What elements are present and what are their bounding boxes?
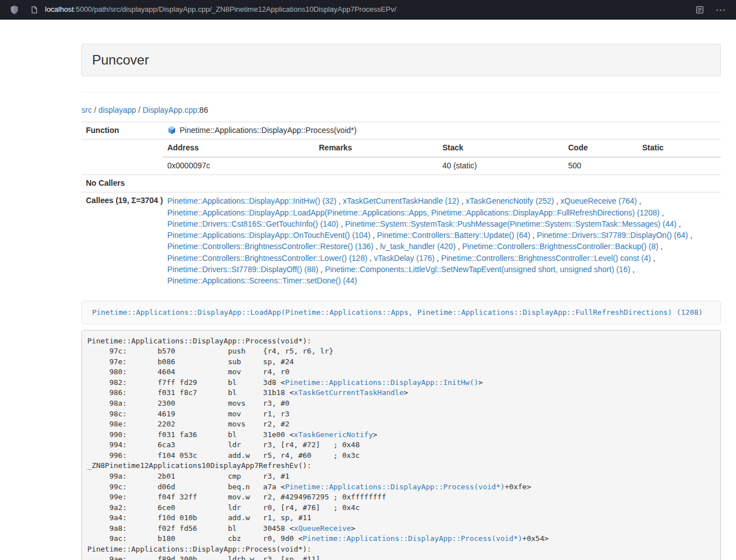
callee-separator: ,: [676, 219, 681, 228]
callee-link[interactable]: Pinetime::Drivers::St7789::DisplayOff() …: [167, 265, 318, 274]
callee-link[interactable]: Pinetime::Controllers::BrightnessControl…: [167, 254, 367, 263]
callee-link[interactable]: Pinetime::System::SystemTask::PushMessag…: [345, 219, 677, 228]
app-title-panel: Puncover: [81, 44, 721, 76]
callee-separator: ,: [688, 231, 693, 240]
breadcrumb-link[interactable]: displayapp: [98, 105, 136, 114]
callee-separator: ,: [659, 242, 663, 251]
disassembly-symbol-link[interactable]: Pinetime::Applications::DisplayApp::Init…: [285, 378, 478, 387]
callee-separator: ,: [637, 196, 641, 205]
app-title: Puncover: [92, 52, 149, 67]
callee-link[interactable]: Pinetime::Controllers::BrightnessControl…: [167, 242, 373, 251]
disassembly-symbol-link[interactable]: xTaskGetCurrentTaskHandle: [294, 388, 404, 397]
breadcrumb-separator: /: [136, 105, 143, 114]
callee-link[interactable]: Pinetime::Applications::DisplayApp::Init…: [167, 196, 336, 205]
stats-column-header: Remarks: [314, 140, 438, 157]
disassembly: Pinetime::Applications::DisplayApp::Proc…: [81, 330, 721, 560]
stats-cell-value: 40 (static): [438, 157, 564, 175]
callee-separator: ,: [371, 231, 377, 240]
stats-column-header: Address: [163, 140, 314, 157]
stats-table: AddressRemarksStackCodeStatic 0x0000097c…: [163, 140, 721, 175]
stats-cell-value: 0x0000097c: [163, 157, 314, 175]
callee-link[interactable]: Pinetime::Controllers::BrightnessControl…: [462, 242, 658, 251]
callee-separator: ,: [339, 219, 345, 228]
callee-link[interactable]: Pinetime::Drivers::Cst816S::GetTouchInfo…: [167, 219, 339, 228]
disassembly-symbol-link[interactable]: Pinetime::Applications::DisplayApp::Proc…: [303, 534, 522, 543]
function-row-label: Function: [81, 122, 163, 140]
highlighted-symbol-panel: Pinetime::Applications::DisplayApp::Load…: [81, 301, 721, 325]
stats-cell-value: [638, 157, 721, 175]
breadcrumb-separator: /: [92, 105, 99, 114]
stats-cell-value: 500: [564, 157, 638, 175]
reader-view-icon[interactable]: [693, 4, 706, 16]
function-name: Pinetime::Applications::DisplayApp::Proc…: [180, 125, 356, 136]
callee-separator: ,: [318, 265, 325, 274]
callee-separator: ,: [660, 208, 664, 217]
breadcrumb-line-number: :86: [197, 105, 208, 114]
callee-separator: ,: [651, 254, 655, 263]
tracking-protection-shield-icon[interactable]: [8, 4, 20, 16]
stats-data-row: 0x0000097c40 (static)500: [163, 157, 721, 175]
stats-column-header: Static: [638, 140, 721, 157]
callee-separator: ,: [456, 242, 463, 251]
browser-url-bar: localhost:5000/path/src/displayapp/Displ…: [0, 0, 736, 20]
callee-link[interactable]: Pinetime::Applications::DisplayApp::OnTo…: [167, 231, 371, 240]
highlighted-symbol-link[interactable]: Pinetime::Applications::DisplayApp::Load…: [92, 308, 703, 316]
callee-link[interactable]: xQueueReceive (764): [560, 196, 637, 205]
stats-column-header: Stack: [438, 140, 564, 157]
callee-separator: ,: [459, 196, 466, 205]
page-actions-menu-icon[interactable]: ⋯: [714, 4, 728, 16]
page-container: Puncover src / displayapp / DisplayApp.c…: [81, 44, 721, 560]
callee-link[interactable]: xTaskGenericNotify (252): [465, 196, 554, 205]
callee-link[interactable]: vTaskDelay (176): [374, 254, 435, 263]
callees-label: Callees (19, Σ=3704 ): [81, 192, 163, 290]
callee-link[interactable]: Pinetime::Components::LittleVgl::SetNewT…: [325, 265, 630, 274]
no-callers-row: No Callers: [81, 175, 721, 192]
stats-cell-value: [314, 157, 438, 175]
callee-link[interactable]: lv_task_handler (420): [380, 242, 456, 251]
callee-link[interactable]: Pinetime::Drivers::St7789::DisplayOn() (…: [537, 231, 688, 240]
page-identity-icon[interactable]: [28, 4, 40, 16]
callee-separator: ,: [336, 196, 343, 205]
callee-link[interactable]: Pinetime::Controllers::Battery::Update()…: [377, 231, 531, 240]
callee-separator: ,: [373, 242, 380, 251]
no-callers-label: No Callers: [81, 175, 163, 192]
stats-row: AddressRemarksStackCodeStatic 0x0000097c…: [81, 140, 721, 175]
callee-separator: ,: [630, 265, 635, 274]
stats-column-header: Code: [564, 140, 638, 157]
divider: [81, 92, 721, 93]
function-row: Function Pinetime::Applications::Display…: [81, 122, 721, 140]
callee-link[interactable]: Pinetime::Controllers::BrightnessControl…: [441, 254, 651, 263]
address-bar[interactable]: localhost:5000/path/src/displayapp/Displ…: [45, 4, 687, 15]
callee-separator: ,: [435, 254, 441, 263]
function-table: Function Pinetime::Applications::Display…: [81, 122, 721, 289]
stats-row-label: [81, 140, 163, 175]
callees-list: Pinetime::Applications::DisplayApp::Init…: [163, 192, 721, 290]
breadcrumb-link[interactable]: src: [81, 105, 92, 114]
callees-row: Callees (19, Σ=3704 ) Pinetime::Applicat…: [81, 192, 721, 290]
disassembly-symbol-link[interactable]: xQueueReceive: [294, 524, 351, 533]
breadcrumb-link[interactable]: DisplayApp.cpp: [143, 105, 197, 114]
callee-link[interactable]: Pinetime::Applications::Screens::Timer::…: [167, 276, 357, 285]
method-icon: [167, 126, 176, 135]
callee-link[interactable]: Pinetime::Applications::DisplayApp::Load…: [167, 208, 660, 217]
stats-body: 0x0000097c40 (static)500: [163, 157, 721, 175]
disassembly-symbol-link[interactable]: Pinetime::Applications::DisplayApp::Proc…: [285, 483, 505, 491]
callee-link[interactable]: xTaskGetCurrentTaskHandle (12): [343, 196, 459, 205]
stats-header-row: AddressRemarksStackCodeStatic: [163, 140, 721, 157]
callee-separator: ,: [367, 254, 374, 263]
breadcrumb: src / displayapp / DisplayApp.cpp:86: [81, 105, 721, 116]
callee-separator: ,: [554, 196, 561, 205]
disassembly-symbol-link[interactable]: xTaskGenericNotify: [294, 430, 373, 439]
url-host: localhost: [45, 5, 74, 13]
callee-separator: ,: [531, 231, 537, 240]
url-path: :5000/path/src/displayapp/DisplayApp.cpp…: [74, 5, 396, 13]
